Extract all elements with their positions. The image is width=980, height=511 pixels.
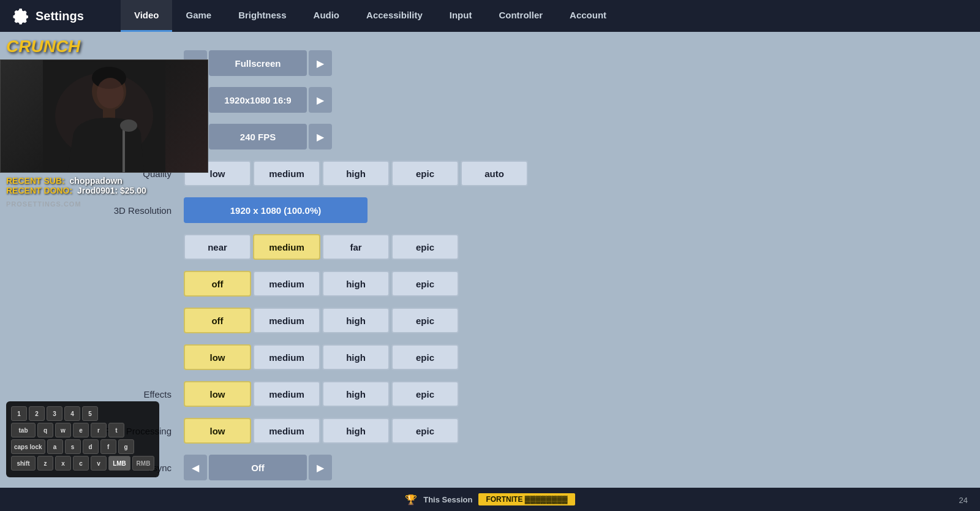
vsync-prev[interactable]: ◀: [184, 455, 207, 480]
post-processing-btn-group: low medium high epic: [184, 418, 459, 444]
effects-high[interactable]: high: [322, 381, 390, 407]
key-d: d: [83, 439, 99, 454]
svg-rect-4: [123, 127, 125, 173]
keyboard-row-4: shift z x c v LMB RMB: [11, 456, 154, 471]
key-shift: shift: [11, 456, 36, 471]
display-resolution-next[interactable]: ▶: [309, 87, 332, 113]
key-rmb: RMB: [132, 456, 154, 471]
effects-low[interactable]: low: [184, 381, 251, 407]
recent-dono-label: RECENT DONO:: [6, 186, 72, 195]
view-distance-epic[interactable]: epic: [391, 234, 459, 260]
window-mode-next[interactable]: ▶: [309, 50, 332, 76]
post-processing-high[interactable]: high: [322, 418, 390, 444]
post-processing-low[interactable]: low: [184, 418, 251, 444]
key-a: a: [47, 439, 63, 454]
key-caps: caps lock: [11, 439, 45, 454]
view-distance-btn-group: near medium far epic: [184, 234, 459, 260]
key-r: r: [91, 423, 107, 437]
corner-number: 24: [959, 496, 968, 505]
effects-btn-group: low medium high epic: [184, 381, 459, 407]
shadows-epic[interactable]: epic: [391, 271, 459, 297]
key-2: 2: [29, 406, 45, 421]
effects-row: Effects low medium high epic: [49, 381, 931, 407]
window-mode-value: Fullscreen: [209, 50, 307, 76]
stream-info: RECENT SUB: choppadown RECENT DONO: Jrod…: [0, 173, 208, 199]
key-c: c: [73, 456, 89, 471]
vsync-control: ◀ Off ▶: [184, 455, 332, 480]
key-lmb: LMB: [108, 456, 130, 471]
top-navigation: Settings Video Game Brightness Audio Acc…: [0, 0, 980, 32]
recent-sub-line: RECENT SUB: choppadown: [6, 176, 202, 186]
settings-title: Settings: [36, 9, 84, 23]
frame-rate-next[interactable]: ▶: [309, 124, 332, 150]
recent-sub-name: choppadown: [70, 176, 123, 186]
frame-rate-value: 240 FPS: [209, 124, 307, 150]
view-distance-row: near medium far epic: [49, 234, 931, 260]
bottom-trophy-icon: 🏆: [405, 494, 417, 505]
view-distance-far[interactable]: far: [322, 234, 390, 260]
webcam-box: [0, 59, 208, 173]
tab-brightness[interactable]: Brightness: [225, 0, 300, 32]
keyboard-row-1: 1 2 3 4 5: [11, 406, 154, 421]
keyboard-row-3: caps lock a s d f g: [11, 439, 154, 454]
tab-controller[interactable]: Controller: [485, 0, 556, 32]
prosettings-label: PROSETTINGS.COM: [0, 199, 208, 210]
key-t: t: [108, 423, 124, 437]
view-distance-near[interactable]: near: [184, 234, 251, 260]
key-g: g: [118, 439, 134, 454]
keyboard-overlay: 1 2 3 4 5 tab q w e r t caps lock a s d …: [6, 401, 159, 477]
key-q: q: [37, 423, 53, 437]
tab-audio[interactable]: Audio: [300, 0, 353, 32]
post-processing-medium[interactable]: medium: [253, 418, 320, 444]
tab-input[interactable]: Input: [436, 0, 486, 32]
anti-aliasing-medium[interactable]: medium: [253, 308, 320, 333]
post-processing-epic[interactable]: epic: [391, 418, 459, 444]
effects-label: Effects: [49, 389, 184, 399]
textures-high[interactable]: high: [322, 344, 390, 370]
anti-aliasing-epic[interactable]: epic: [391, 308, 459, 333]
view-distance-medium[interactable]: medium: [253, 234, 320, 260]
effects-epic[interactable]: epic: [391, 381, 459, 407]
textures-medium[interactable]: medium: [253, 344, 320, 370]
vsync-value: Off: [209, 455, 307, 480]
vsync-row: Vsync ◀ Off ▶: [49, 455, 931, 480]
anti-aliasing-off[interactable]: off: [184, 308, 251, 333]
quality-btn-epic[interactable]: epic: [391, 161, 459, 186]
key-tab: tab: [11, 423, 36, 437]
keyboard-row-2: tab q w e r t: [11, 423, 154, 437]
nav-tabs: Video Game Brightness Audio Accessibilit…: [121, 0, 620, 32]
key-v: v: [91, 456, 107, 471]
key-w: w: [55, 423, 71, 437]
streamer-overlay: CRUNCH: [0, 34, 208, 210]
textures-epic[interactable]: epic: [391, 344, 459, 370]
3d-resolution-value: 1920 x 1080 (100.0%): [184, 197, 368, 223]
svg-point-5: [120, 119, 137, 132]
shadows-medium[interactable]: medium: [253, 271, 320, 297]
app-title: Settings: [12, 7, 84, 25]
effects-medium[interactable]: medium: [253, 381, 320, 407]
key-f: f: [100, 439, 116, 454]
key-1: 1: [11, 406, 27, 421]
shadows-off[interactable]: off: [184, 271, 251, 297]
key-5: 5: [82, 406, 98, 421]
tab-video[interactable]: Video: [121, 0, 173, 32]
tab-account[interactable]: Account: [556, 0, 620, 32]
tab-accessibility[interactable]: Accessibility: [353, 0, 436, 32]
bottom-session-label: This Session: [423, 495, 472, 504]
anti-aliasing-btn-group: off medium high epic: [184, 308, 459, 333]
anti-aliasing-high[interactable]: high: [322, 308, 390, 333]
recent-dono-value: Jrod0901: $25.00: [77, 186, 146, 195]
vsync-next[interactable]: ▶: [309, 455, 332, 480]
quality-btn-medium[interactable]: medium: [253, 161, 320, 186]
shadows-high[interactable]: high: [322, 271, 390, 297]
gear-icon: [12, 7, 29, 25]
textures-row: low medium high epic: [49, 344, 931, 370]
key-3: 3: [47, 406, 62, 421]
tab-game[interactable]: Game: [172, 0, 225, 32]
key-z: z: [37, 456, 53, 471]
post-processing-row: Post Processing low medium high epic: [49, 418, 931, 444]
textures-low[interactable]: low: [184, 344, 251, 370]
bottom-fortnite-label: FORTNITE ▓▓▓▓▓▓▓▓: [478, 493, 575, 505]
quality-btn-auto[interactable]: auto: [461, 161, 528, 186]
quality-btn-high[interactable]: high: [322, 161, 390, 186]
